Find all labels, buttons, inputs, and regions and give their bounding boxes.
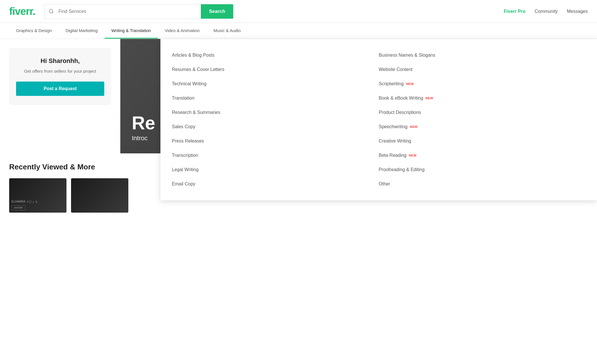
search-bar: Search [44, 4, 233, 19]
cat-music-audio[interactable]: Music & Audio [207, 23, 248, 39]
dropdown-beta-reading[interactable]: Beta Reading NEW [379, 148, 586, 163]
card-thumb-1[interactable]: ELHAMRA f ⓘ ♫ 𝕏 ENTER [9, 178, 66, 213]
social-icons: f ⓘ ♫ 𝕏 [27, 200, 38, 204]
dropdown-research-summaries[interactable]: Research & Summaries [172, 105, 379, 120]
dropdown-articles-blog-posts[interactable]: Articles & Blog Posts [172, 48, 379, 62]
welcome-description: Get offers from sellers for your project [16, 68, 104, 75]
logo-dot: . [33, 5, 35, 17]
dropdown-translation[interactable]: Translation [172, 91, 379, 105]
hero-subtitle: Introc [132, 134, 155, 142]
dropdown-creative-writing[interactable]: Creative Writing [379, 134, 586, 148]
card-label-text: ELHAMRA [11, 200, 25, 204]
messages-link[interactable]: Messages [567, 9, 588, 14]
left-panel: Hi Sharonhh, Get offers from sellers for… [0, 39, 120, 153]
logo-text: fiverr [9, 5, 33, 17]
card-label-1: ELHAMRA f ⓘ ♫ 𝕏 [11, 200, 64, 204]
dropdown-legal-writing[interactable]: Legal Writing [172, 163, 379, 177]
dropdown-book-writing-label: Book & eBook Writing [379, 96, 423, 101]
search-icon [45, 4, 54, 19]
dropdown-scriptwriting[interactable]: Scriptwriting NEW [379, 77, 586, 91]
card-enter-button[interactable]: ENTER [11, 205, 25, 210]
welcome-card: Hi Sharonhh, Get offers from sellers for… [9, 48, 111, 105]
new-badge-speechwriting: NEW [410, 125, 418, 128]
card-inner-2 [71, 178, 128, 213]
card-thumb-2[interactable] [71, 178, 128, 213]
card-inner-1: ELHAMRA f ⓘ ♫ 𝕏 ENTER [9, 178, 66, 213]
cat-video-animation[interactable]: Video & Animation [158, 23, 207, 39]
dropdown-technical-writing[interactable]: Technical Writing [172, 77, 379, 91]
category-nav: Graphics & Design Digital Marketing Writ… [0, 23, 597, 39]
dropdown-proofreading-editing[interactable]: Proofreading & Editing [379, 163, 586, 177]
cat-graphics-design[interactable]: Graphics & Design [9, 23, 59, 39]
dropdown-speechwriting-label: Speechwriting [379, 124, 408, 129]
dropdown-speechwriting[interactable]: Speechwriting NEW [379, 120, 586, 134]
logo[interactable]: fiverr. [9, 5, 35, 17]
dropdown-other[interactable]: Other [379, 177, 586, 191]
hero-content: Re Introc [132, 114, 155, 142]
new-badge-scriptwriting: NEW [406, 82, 414, 86]
dropdown-sales-copy[interactable]: Sales Copy [172, 120, 379, 134]
svg-point-0 [49, 9, 53, 13]
dropdown-col-1: Articles & Blog Posts Resumes & Cover Le… [172, 48, 379, 191]
dropdown-resumes-cover-letters[interactable]: Resumes & Cover Letters [172, 62, 379, 77]
dropdown-website-content[interactable]: Website Content [379, 62, 586, 77]
dropdown-scriptwriting-label: Scriptwriting [379, 81, 404, 86]
header: fiverr. Search Fiverr Pro Community Mess… [0, 0, 597, 23]
post-request-button[interactable]: Post a Request [16, 82, 104, 96]
dropdown-press-releases[interactable]: Press Releases [172, 134, 379, 148]
welcome-greeting: Hi Sharonhh, [16, 57, 104, 65]
top-nav: Fiverr Pro Community Messages [504, 9, 588, 14]
search-button[interactable]: Search [201, 4, 233, 19]
cat-writing-translation[interactable]: Writing & Translation [105, 23, 158, 39]
dropdown-product-descriptions[interactable]: Product Descriptions [379, 105, 586, 120]
search-input[interactable] [54, 4, 201, 19]
svg-line-1 [52, 12, 53, 13]
fiverr-pro-link[interactable]: Fiverr Pro [504, 9, 526, 14]
dropdown-business-names-slogans[interactable]: Business Names & Slogans [379, 48, 586, 62]
dropdown-email-copy[interactable]: Email Copy [172, 177, 379, 191]
new-badge-beta-reading: NEW [409, 154, 417, 157]
cat-digital-marketing[interactable]: Digital Marketing [59, 23, 105, 39]
community-link[interactable]: Community [535, 9, 558, 14]
dropdown-book-ebook-writing[interactable]: Book & eBook Writing NEW [379, 91, 586, 105]
dropdown-beta-reading-label: Beta Reading [379, 153, 406, 158]
writing-translation-dropdown: Articles & Blog Posts Resumes & Cover Le… [160, 39, 597, 200]
dropdown-transcription[interactable]: Transcription [172, 148, 379, 163]
hero-title: Re [132, 114, 155, 132]
dropdown-col-2: Business Names & Slogans Website Content… [379, 48, 586, 191]
new-badge-book-writing: NEW [425, 96, 433, 100]
page-below-header: Graphics & Design Digital Marketing Writ… [0, 23, 597, 213]
